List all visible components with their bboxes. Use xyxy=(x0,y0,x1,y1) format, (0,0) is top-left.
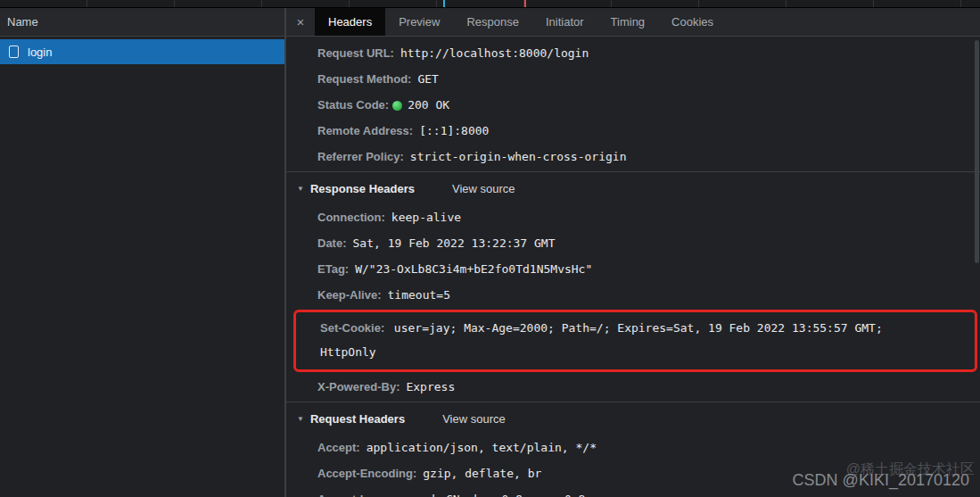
close-icon[interactable]: × xyxy=(286,8,315,36)
header-key: Referrer Policy: xyxy=(317,150,404,163)
header-value: gzip, deflate, br xyxy=(423,467,541,480)
header-row-status-code: Status Code: 200 OK xyxy=(286,92,980,118)
load-event-tick xyxy=(524,0,526,7)
header-key: Keep-Alive: xyxy=(317,288,382,302)
collapse-triangle-icon: ▼ xyxy=(297,185,304,193)
header-row-remote-address: Remote Address: [::1]:8000 xyxy=(286,118,980,144)
header-value: http://localhost:8000/login xyxy=(400,46,589,60)
header-value: GET xyxy=(417,72,438,86)
header-key: Request Method: xyxy=(317,72,411,86)
header-value-line2: HttpOnly xyxy=(320,340,968,364)
tab-cookies[interactable]: Cookies xyxy=(658,8,727,36)
header-row-etag: ETag: W/"23-OxLb8C3i4m+bE2fo0Td1N5MvsHc" xyxy=(286,256,980,282)
header-row-request-url: Request URL: http://localhost:8000/login xyxy=(286,40,980,66)
collapse-triangle-icon: ▼ xyxy=(297,415,304,423)
header-value: Sat, 19 Feb 2022 13:22:37 GMT xyxy=(353,236,556,250)
devtools-network-panel: { "colors": { "selection_blue": "#176cb2… xyxy=(0,0,980,497)
tab-response[interactable]: Response xyxy=(453,8,532,36)
network-main-split: Name login × Headers Preview Response In… xyxy=(0,8,980,497)
header-value: W/"23-OxLb8C3i4m+bE2fo0Td1N5MvsHc" xyxy=(355,262,592,276)
headers-content: Request URL: http://localhost:8000/login… xyxy=(286,37,980,497)
request-row-label: login xyxy=(28,46,52,59)
header-key: Accept-Language: xyxy=(317,493,418,497)
tab-initiator[interactable]: Initiator xyxy=(532,8,597,36)
header-row-accept-language: Accept-Language: zh-CN,zh;q=0.9,en;q=0.8 xyxy=(286,486,980,497)
tab-headers[interactable]: Headers xyxy=(315,8,385,36)
header-value-line1: user=jay; Max-Age=2000; Path=/; Expires=… xyxy=(394,321,883,335)
response-headers-section-header[interactable]: ▼ Response Headers View source xyxy=(286,172,980,204)
header-key: Request URL: xyxy=(317,46,394,60)
header-key: X-Powered-By: xyxy=(317,380,399,393)
header-value: [::1]:8000 xyxy=(419,124,489,137)
header-value: strict-origin-when-cross-origin xyxy=(410,150,627,163)
request-details-panel: × Headers Preview Response Initiator Tim… xyxy=(286,8,980,497)
header-value: Express xyxy=(406,380,455,393)
header-value: application/json, text/plain, */* xyxy=(366,441,597,454)
header-row-keep-alive: Keep-Alive: timeout=5 xyxy=(286,282,980,308)
request-row-login[interactable]: login xyxy=(0,39,284,64)
view-source-link[interactable]: View source xyxy=(442,412,506,426)
header-key: Accept: xyxy=(317,441,360,454)
section-title: Request Headers xyxy=(310,412,405,426)
vertical-scrollbar-thumb[interactable] xyxy=(975,40,979,263)
request-headers-section-header[interactable]: ▼ Request Headers View source xyxy=(286,402,980,435)
header-value: 200 OK xyxy=(408,98,449,112)
header-row-x-powered-by: X-Powered-By: Express xyxy=(286,374,980,400)
header-row-date: Date: Sat, 19 Feb 2022 13:22:37 GMT xyxy=(286,230,980,256)
header-key: ETag: xyxy=(317,262,349,276)
name-column-header[interactable]: Name xyxy=(0,8,284,37)
request-list-panel: Name login xyxy=(0,8,286,497)
network-overview-strip[interactable] xyxy=(0,0,980,8)
header-value: zh-CN,zh;q=0.9,en;q=0.8 xyxy=(424,493,585,497)
header-row-referrer-policy: Referrer Policy: strict-origin-when-cros… xyxy=(286,144,980,170)
status-ok-dot-icon xyxy=(392,101,402,111)
header-row-accept: Accept: application/json, text/plain, */… xyxy=(286,435,980,460)
header-key: Status Code: xyxy=(317,98,389,112)
name-column-label: Name xyxy=(7,15,38,29)
view-source-link[interactable]: View source xyxy=(452,182,515,195)
header-row-accept-encoding: Accept-Encoding: gzip, deflate, br xyxy=(286,460,980,486)
details-tabbar: × Headers Preview Response Initiator Tim… xyxy=(286,8,980,37)
header-key: Remote Address: xyxy=(317,124,413,137)
domcontentloaded-tick xyxy=(443,0,445,7)
header-value: timeout=5 xyxy=(388,288,450,302)
header-key: Connection: xyxy=(317,211,385,224)
set-cookie-highlight-box: Set-Cookie: user=jay; Max-Age=2000; Path… xyxy=(293,310,977,372)
header-value: keep-alive xyxy=(391,211,461,224)
header-row-request-method: Request Method: GET xyxy=(286,66,980,92)
section-title: Response Headers xyxy=(310,182,415,195)
header-row-connection: Connection: keep-alive xyxy=(286,204,980,230)
header-key: Accept-Encoding: xyxy=(317,467,416,480)
document-icon xyxy=(9,46,19,58)
tab-preview[interactable]: Preview xyxy=(385,8,453,36)
header-key: Date: xyxy=(317,236,347,250)
header-key: Set-Cookie: xyxy=(320,321,384,335)
tab-timing[interactable]: Timing xyxy=(597,8,659,36)
